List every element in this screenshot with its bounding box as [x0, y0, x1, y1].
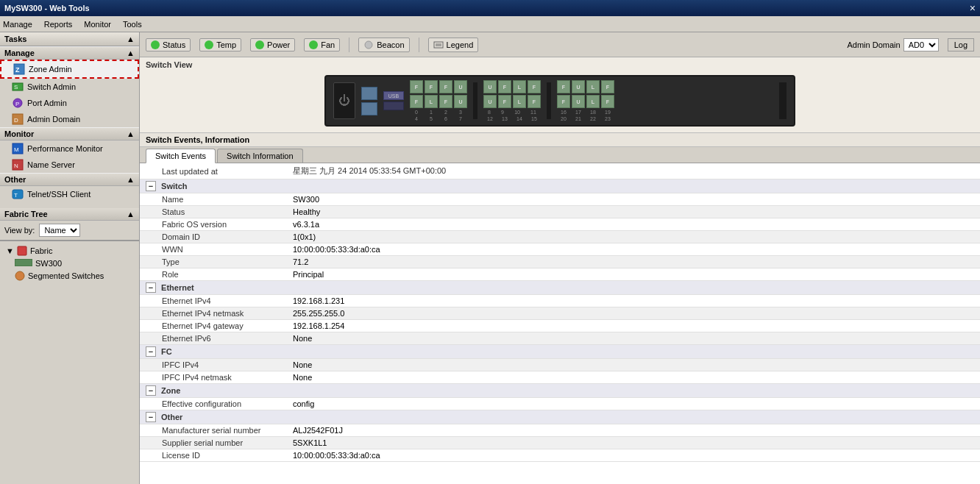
perf-icon: M	[12, 143, 24, 154]
zone-collapse-icon[interactable]: −	[146, 385, 156, 396]
row-type: Type 71.2	[140, 256, 980, 268]
fc-port-f11[interactable]: F	[601, 80, 614, 93]
row-domain-id: Domain ID 1(0x1)	[140, 231, 980, 243]
other-collapse-icon[interactable]: −	[146, 412, 156, 422]
fc-port-f3[interactable]: F	[439, 80, 452, 93]
monitor-collapse-icon[interactable]: ▲	[127, 129, 135, 138]
expand-icon: ▼	[6, 246, 14, 255]
tree-item-sw300[interactable]: SW300	[3, 257, 136, 269]
fc-port-l5[interactable]: L	[586, 95, 600, 108]
menu-monitor[interactable]: Monitor	[84, 20, 111, 29]
fc-port-f6[interactable]: F	[498, 80, 511, 93]
switch-chassis: ⏻ USB	[324, 75, 795, 127]
fc-port-u6[interactable]: U	[572, 95, 585, 108]
temp-button[interactable]: Temp	[199, 38, 241, 51]
chassis-sep1	[473, 82, 477, 119]
sidebar-item-perf-monitor[interactable]: M Performance Monitor	[0, 140, 139, 157]
tree-item-segmented[interactable]: Segmented Switches	[3, 269, 136, 282]
ethernet-collapse-icon[interactable]: −	[146, 282, 156, 293]
events-section-label: Switch Events, Information	[146, 135, 249, 144]
content-area: Switch Events, Information Switch Events…	[140, 133, 980, 484]
fan-button[interactable]: Fan	[304, 38, 340, 51]
value-domain-id: 1(0x1)	[287, 231, 980, 243]
manage-collapse-icon[interactable]: ▲	[127, 49, 135, 57]
label-ipfc-netmask: IPFC IPv4 netmask	[140, 371, 287, 384]
fc-port-f9[interactable]: F	[528, 95, 541, 108]
status-button[interactable]: Status	[146, 38, 191, 51]
viewby-row: View by: Name	[0, 221, 139, 240]
power-button[interactable]: Power	[250, 38, 295, 51]
fc-port-u[interactable]: U	[454, 80, 467, 93]
chassis-power: ⏻	[333, 82, 355, 119]
admin-domain-select[interactable]: AD0	[903, 38, 939, 51]
tasks-header: Tasks ▲	[0, 32, 139, 46]
fc-port-u4[interactable]: U	[483, 95, 497, 108]
fc-port-l[interactable]: L	[425, 95, 438, 108]
other-label: Other	[4, 175, 26, 184]
tasks-collapse-icon[interactable]: ▲	[127, 35, 135, 43]
value-license-id: 10:00:00:05:33:3d:a0:ca	[287, 449, 980, 462]
fc-port-f7[interactable]: F	[528, 80, 541, 93]
left-panel: Tasks ▲ Manage ▲ Z Zone Admin S Switch A…	[0, 32, 140, 484]
mgmt-port-2	[361, 102, 377, 115]
row-name: Name SW300	[140, 193, 980, 206]
temp-label: Temp	[216, 40, 236, 49]
value-fabric-os: v6.3.1a	[287, 218, 980, 231]
sidebar-item-admin-domain[interactable]: D Admin Domain	[0, 111, 139, 127]
value-type: 71.2	[287, 256, 980, 268]
sidebar-item-zone-admin[interactable]: Z Zone Admin	[0, 60, 139, 79]
tree-item-fabric[interactable]: ▼ Fabric	[3, 244, 136, 257]
viewby-select[interactable]: Name	[39, 224, 80, 237]
sidebar-item-telnet[interactable]: T Telnet/SSH Client	[0, 186, 139, 202]
switch-collapse-icon[interactable]: −	[146, 181, 156, 191]
menu-reports[interactable]: Reports	[44, 20, 73, 29]
sidebar-item-switch-admin[interactable]: S Switch Admin	[0, 79, 139, 95]
sidebar-item-name-server[interactable]: N Name Server	[0, 157, 139, 173]
nameserver-icon: N	[12, 159, 24, 171]
close-button[interactable]: ×	[970, 2, 976, 14]
label-domain-id: Domain ID	[140, 231, 287, 243]
other-section-label: Other	[161, 413, 182, 421]
fc-port-l3[interactable]: L	[513, 95, 526, 108]
value-mfr-serial: ALJ2542F01J	[287, 424, 980, 437]
menu-tools[interactable]: Tools	[123, 20, 142, 29]
fc-port-f2[interactable]: F	[425, 80, 438, 93]
log-button[interactable]: Log	[948, 38, 974, 51]
row-ipfc-netmask: IPFC IPv4 netmask None	[140, 371, 980, 384]
sidebar-item-port-admin[interactable]: P Port Admin	[0, 95, 139, 111]
fc-port-l2[interactable]: L	[513, 80, 526, 93]
fc-port-f8[interactable]: F	[498, 95, 511, 108]
fc-port-f[interactable]: F	[410, 80, 423, 93]
fc-port-u5[interactable]: U	[572, 80, 585, 93]
other-collapse-icon[interactable]: ▲	[127, 175, 135, 184]
zone-icon: Z	[13, 63, 25, 75]
port-admin-label: Port Admin	[27, 99, 67, 107]
menu-manage[interactable]: Manage	[3, 20, 32, 29]
other-section-header: Other ▲	[0, 173, 139, 186]
label-eth-ipv6: Ethernet IPv6	[140, 332, 287, 345]
label-ipfc-ipv4: IPFC IPv4	[140, 359, 287, 371]
telnet-ssh-label: Telnet/SSH Client	[27, 190, 90, 199]
fc-collapse-icon[interactable]: −	[146, 346, 156, 357]
label-supplier-serial: Supplier serial number	[140, 437, 287, 449]
fc-port-f12[interactable]: F	[557, 95, 570, 108]
fc-port-f10[interactable]: F	[557, 80, 570, 93]
value-status: Healthy	[287, 206, 980, 218]
value-wwn: 10:00:00:05:33:3d:a0:ca	[287, 243, 980, 256]
tab-switch-information[interactable]: Switch Information	[217, 149, 302, 163]
legend-button[interactable]: Legend	[428, 38, 479, 52]
tabs-row: Switch Events Switch Information	[140, 147, 980, 163]
beacon-button[interactable]: Beacon	[358, 38, 409, 52]
fc-port-f13[interactable]: F	[601, 95, 614, 108]
fc-port-f5[interactable]: F	[439, 95, 452, 108]
fabric-tree-collapse-icon[interactable]: ▲	[127, 210, 135, 218]
row-eth-ipv6: Ethernet IPv6 None	[140, 332, 980, 345]
fc-port-u2[interactable]: U	[454, 95, 467, 108]
chassis-endcap	[779, 82, 787, 119]
row-eth-ipv4: Ethernet IPv4 192.168.1.231	[140, 295, 980, 307]
fc-port-f4[interactable]: F	[410, 95, 423, 108]
fc-port-u3[interactable]: U	[483, 80, 497, 93]
svg-text:D: D	[14, 117, 18, 124]
tab-switch-events[interactable]: Switch Events	[146, 149, 216, 163]
fc-port-l4[interactable]: L	[586, 80, 600, 93]
